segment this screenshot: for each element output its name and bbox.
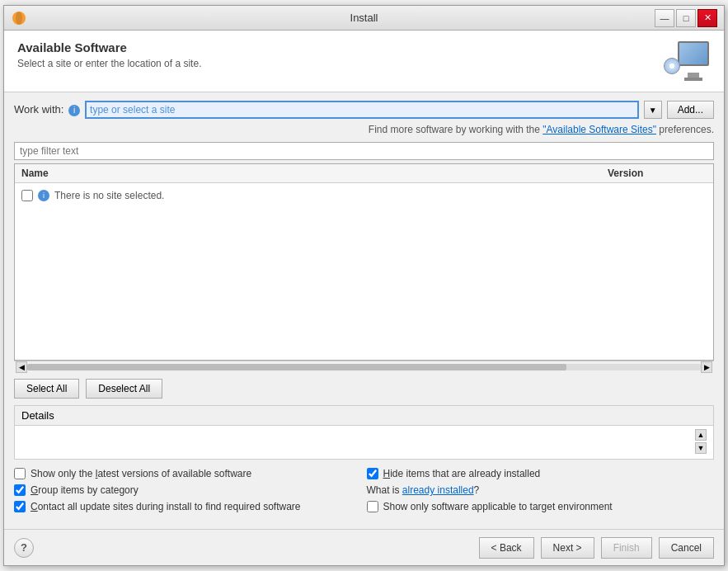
title-controls: — □ ✕ [655,9,717,27]
header-section: Available Software Select a site or ente… [4,31,724,92]
row-checkbox[interactable] [21,190,33,201]
option-what-is-installed: What is already installed? [367,484,715,496]
details-label: Details [21,409,54,422]
option-target-environment-checkbox[interactable] [367,501,378,512]
available-software-sites-link[interactable]: "Available Software Sites" [542,124,656,135]
option-latest-versions-label: Show only the latest versions of availab… [31,468,251,479]
site-input[interactable] [85,101,639,119]
details-scroll-down-button[interactable]: ▼ [695,442,707,454]
table-body: i There is no site selected. [15,183,713,208]
svg-point-1 [16,12,22,25]
software-table: Name Version i There is no site selected… [14,163,714,361]
version-column-header: Version [608,168,707,179]
back-button[interactable]: < Back [479,537,534,559]
scroll-track [27,364,701,370]
footer: ? < Back Next > Finish Cancel [4,529,724,565]
option-contact-update-sites-label: Contact all update sites during install … [31,501,301,512]
details-body: ▲ ▼ [15,426,713,459]
option-hide-installed-label: Hide items that are already installed [383,468,541,479]
finish-button[interactable]: Finish [601,537,652,559]
monitor-screen [678,41,709,66]
help-button[interactable]: ? [14,538,34,558]
cd-icon [664,58,680,74]
what-is-installed-text: What is already installed? [367,484,480,496]
details-section: Details ▲ ▼ [14,405,714,460]
app-icon [11,10,27,26]
close-button[interactable]: ✕ [697,9,717,27]
scroll-left-button[interactable]: ◀ [16,361,27,373]
find-more-prefix: Find more software by working with the [369,124,542,135]
filter-input[interactable] [14,142,714,160]
header-icon [661,40,711,82]
info-icon: i [38,190,49,201]
details-scroll-up-button[interactable]: ▲ [695,429,707,441]
install-window: Install — □ ✕ Available Software Select … [3,5,725,566]
monitor-icon [664,41,709,81]
dropdown-arrow-button[interactable]: ▼ [644,101,662,119]
add-button[interactable]: Add... [667,101,714,119]
option-hide-installed-checkbox[interactable] [367,468,378,479]
table-header: Name Version [15,164,713,183]
option-group-by-category-checkbox[interactable] [14,484,26,496]
option-hide-installed: Hide items that are already installed [367,468,715,479]
next-button[interactable]: Next > [541,537,594,559]
work-with-row: Work with: i ▼ Add... [14,101,714,119]
row-text: There is no site selected. [54,190,164,201]
option-group-by-category-label: Group items by category [31,484,139,496]
scroll-right-button[interactable]: ▶ [701,361,712,373]
monitor-base [684,78,702,81]
footer-left: ? [14,538,34,558]
name-column-header: Name [21,168,608,179]
options-section: Show only the latest versions of availab… [14,468,714,512]
details-scroll: ▲ ▼ [695,429,707,454]
page-subtitle: Select a site or enter the location of a… [17,58,201,69]
header-text: Available Software Select a site or ente… [17,40,201,69]
window-title: Install [350,12,378,24]
option-latest-versions: Show only the latest versions of availab… [14,468,362,479]
main-content: Work with: i ▼ Add... Find more software… [4,92,724,529]
select-all-button[interactable]: Select All [14,379,79,399]
page-title: Available Software [17,40,201,54]
find-more-row: Find more software by working with the "… [14,124,714,135]
select-deselect-row: Select All Deselect All [14,379,714,399]
find-more-suffix: preferences. [656,124,714,135]
work-with-info-icon: i [68,105,80,116]
cancel-button[interactable]: Cancel [659,537,714,559]
work-with-label: Work with: i [14,103,80,116]
horizontal-scrollbar[interactable]: ◀ ▶ [14,361,714,372]
scroll-thumb[interactable] [27,364,566,370]
maximize-button[interactable]: □ [676,9,696,27]
footer-right: < Back Next > Finish Cancel [479,537,714,559]
option-contact-update-sites: Contact all update sites during install … [14,501,362,512]
already-installed-link[interactable]: already installed [402,484,474,496]
option-contact-update-sites-checkbox[interactable] [14,501,26,512]
option-group-by-category: Group items by category [14,484,362,496]
option-target-environment-label: Show only software applicable to target … [383,501,613,512]
deselect-all-button[interactable]: Deselect All [86,379,162,399]
title-bar: Install — □ ✕ [4,6,724,31]
option-target-environment: Show only software applicable to target … [367,501,715,512]
minimize-button[interactable]: — [655,9,674,27]
title-bar-left [11,10,27,26]
table-row: i There is no site selected. [21,188,707,203]
details-header: Details [15,406,713,426]
option-latest-versions-checkbox[interactable] [14,468,26,479]
